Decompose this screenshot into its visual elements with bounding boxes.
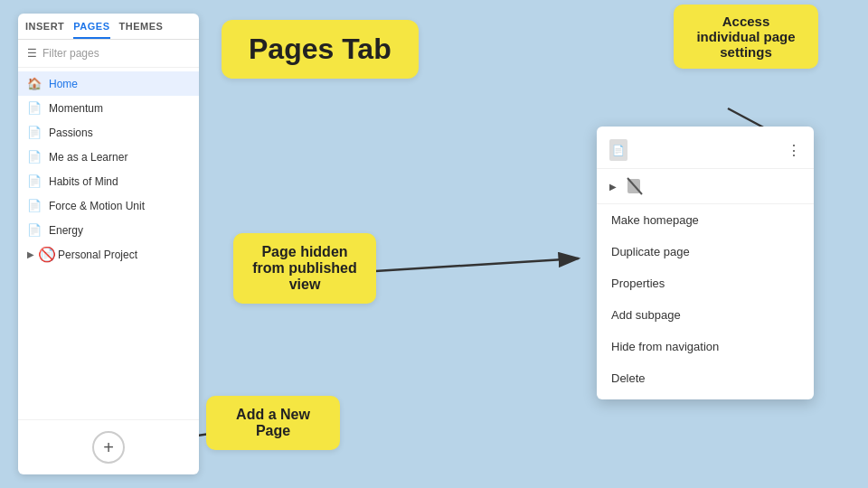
tab-insert[interactable]: INSERT — [25, 21, 64, 39]
context-item-make-homepage[interactable]: Make homepage — [597, 204, 814, 236]
sidebar-panel: INSERT PAGES THEMES ☰ Filter pages 🏠 Hom… — [18, 14, 199, 474]
access-settings-callout: Accessindividual pagesettings — [674, 5, 818, 69]
page-item-energy[interactable]: 📄 Energy — [18, 218, 199, 242]
page-icon-passions: 📄 — [27, 126, 42, 139]
page-label-momentum: Momentum — [49, 102, 103, 115]
page-item-momentum[interactable]: 📄 Momentum — [18, 96, 199, 120]
context-menu: 📄 ⋮ ▶ Make homepage Duplicate page Prope… — [597, 127, 814, 399]
filter-icon: ☰ — [27, 47, 37, 60]
hidden-slash-icon: 🚫 — [38, 246, 56, 263]
page-label-energy: Energy — [49, 224, 83, 237]
page-icon-me-as-a-learner: 📄 — [27, 150, 42, 164]
context-item-add-subpage[interactable]: Add subpage — [597, 299, 814, 331]
context-item-hide-from-nav[interactable]: Hide from navigation — [597, 331, 814, 362]
page-item-force-motion[interactable]: 📄 Force & Motion Unit — [18, 193, 199, 218]
page-label-passions: Passions — [49, 127, 93, 139]
context-menu-header: 📄 ⋮ — [597, 132, 814, 169]
context-page-thumb: 📄 — [609, 139, 627, 161]
page-list: 🏠 Home 📄 Momentum 📄 Passions 📄 Me as a L… — [18, 68, 199, 419]
context-menu-row2: ▶ — [597, 169, 814, 204]
page-icon-habits-of-mind: 📄 — [27, 174, 42, 188]
page-item-home[interactable]: 🏠 Home — [18, 71, 199, 96]
add-page-callout: Add a NewPage — [206, 396, 340, 450]
context-item-delete[interactable]: Delete — [597, 362, 814, 394]
tab-pages[interactable]: PAGES — [73, 21, 109, 39]
page-item-habits-of-mind[interactable]: 📄 Habits of Mind — [18, 169, 199, 193]
hidden-page-icon-wrap: 📄🚫 — [40, 248, 54, 261]
page-thumb-icon: 📄 — [612, 145, 625, 156]
tab-themes[interactable]: THEMES — [119, 21, 164, 39]
page-label-habits-of-mind: Habits of Mind — [49, 175, 118, 188]
page-hidden-callout: Page hiddenfrom publishedview — [233, 233, 376, 304]
page-label-me-as-a-learner: Me as a Learner — [49, 151, 127, 164]
page-icon-momentum: 📄 — [27, 101, 42, 115]
page-label-personal-project: Personal Project — [58, 249, 137, 261]
context-dots-button[interactable]: ⋮ — [787, 142, 801, 159]
add-button-wrap: + — [18, 419, 199, 474]
sidebar-tabs: INSERT PAGES THEMES — [18, 14, 199, 40]
context-item-properties[interactable]: Properties — [597, 267, 814, 299]
svg-line-1 — [375, 258, 579, 271]
add-page-button[interactable]: + — [92, 431, 125, 464]
expand-arrow-icon: ▶ — [27, 249, 34, 259]
page-icon-energy: 📄 — [27, 223, 42, 237]
filter-input[interactable]: Filter pages — [42, 47, 190, 60]
expand-arrow-icon2: ▶ — [609, 182, 617, 192]
page-icon-force-motion: 📄 — [27, 199, 42, 212]
home-icon: 🏠 — [27, 77, 42, 90]
filter-row: ☰ Filter pages — [18, 40, 199, 68]
context-item-duplicate[interactable]: Duplicate page — [597, 236, 814, 267]
hidden-page-indicator — [626, 176, 644, 196]
page-item-me-as-a-learner[interactable]: 📄 Me as a Learner — [18, 145, 199, 169]
page-item-passions[interactable]: 📄 Passions — [18, 120, 199, 145]
page-item-personal-project[interactable]: ▶ 📄🚫 Personal Project — [18, 242, 199, 267]
hidden-eye-icon — [626, 176, 644, 196]
page-label-home: Home — [49, 78, 78, 90]
page-label-force-motion: Force & Motion Unit — [49, 200, 145, 212]
page-title: Pages Tab — [222, 20, 419, 79]
